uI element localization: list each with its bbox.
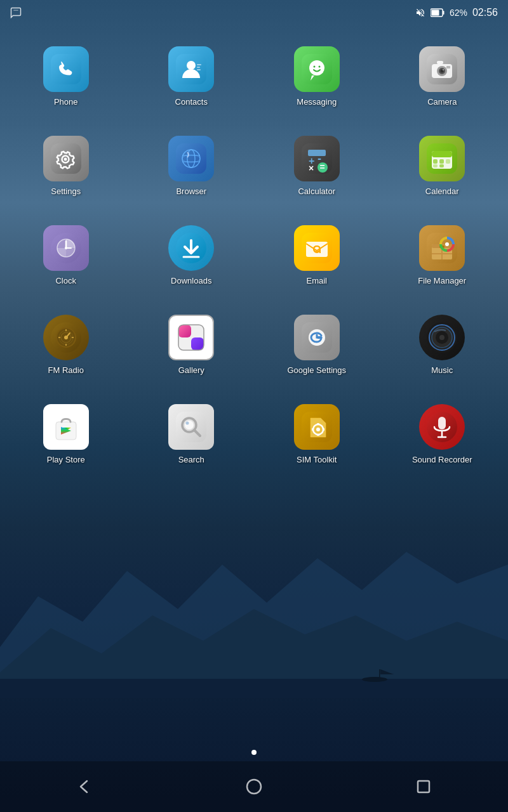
settings-label: Settings	[51, 187, 81, 196]
page-indicator	[0, 750, 508, 755]
svg-point-16	[318, 66, 320, 68]
app-downloads[interactable]: Downloads	[132, 220, 251, 291]
svg-rect-25	[446, 66, 450, 69]
camera-label: Camera	[427, 97, 457, 107]
simtoolkit-label: SIM Toolkit	[297, 455, 337, 464]
back-button[interactable]	[65, 768, 104, 806]
svg-rect-7	[51, 54, 81, 84]
app-calendar[interactable]: Calendar	[383, 131, 502, 201]
gallery-label: Gallery	[178, 365, 204, 375]
app-music[interactable]: Music	[383, 310, 502, 380]
app-gallery[interactable]: Gallery	[132, 310, 251, 380]
svg-text:=: =	[319, 162, 324, 172]
svg-rect-109	[323, 428, 324, 431]
app-calculator[interactable]: + - × = Calculator	[257, 131, 377, 201]
svg-point-91	[439, 335, 444, 340]
app-grid: Phone Contacts	[0, 29, 508, 736]
app-filemanager[interactable]: File Manager	[383, 220, 502, 291]
status-bar: 62% 02:56	[0, 0, 508, 25]
svg-rect-106	[317, 423, 319, 425]
fmradio-label: FM Radio	[48, 365, 84, 375]
svg-point-9	[187, 61, 196, 70]
battery-icon	[431, 8, 444, 17]
svg-point-23	[443, 69, 444, 70]
svg-point-100	[185, 421, 194, 429]
contacts-label: Contacts	[175, 97, 208, 107]
app-contacts[interactable]: Contacts	[132, 41, 251, 112]
home-button[interactable]	[235, 768, 273, 806]
svg-rect-86	[317, 336, 321, 339]
app-soundrecorder[interactable]: Sound Recorder	[383, 399, 502, 469]
svg-rect-29	[176, 143, 206, 174]
browser-label: Browser	[176, 187, 206, 196]
svg-rect-46	[439, 159, 444, 164]
googlesettings-label: Google Settings	[287, 365, 346, 375]
downloads-label: Downloads	[171, 276, 211, 285]
svg-rect-108	[312, 428, 314, 431]
svg-rect-11	[197, 67, 200, 68]
svg-rect-49	[439, 164, 444, 167]
svg-point-54	[65, 247, 67, 249]
app-email[interactable]: Email	[257, 220, 377, 291]
app-search[interactable]: Search	[132, 399, 251, 469]
svg-rect-24	[437, 61, 443, 64]
clock-label: Clock	[55, 276, 76, 285]
svg-point-28	[64, 158, 67, 161]
calculator-label: Calculator	[298, 187, 335, 196]
app-clock[interactable]: Clock	[6, 220, 126, 291]
svg-rect-12	[197, 69, 201, 70]
svg-rect-81	[178, 325, 191, 337]
svg-point-15	[313, 66, 315, 68]
page-dot-active	[251, 750, 257, 755]
svg-rect-47	[446, 159, 450, 164]
app-simtoolkit[interactable]: SIM Toolkit	[257, 399, 377, 469]
recent-button[interactable]	[404, 768, 443, 806]
app-fmradio[interactable]: FM Radio	[6, 310, 126, 380]
search-label: Search	[178, 455, 204, 464]
svg-rect-35	[302, 143, 332, 174]
filemanager-label: File Manager	[418, 276, 466, 285]
svg-point-14	[309, 60, 324, 75]
svg-point-101	[186, 422, 189, 425]
status-left	[10, 7, 22, 18]
email-label: Email	[306, 276, 327, 285]
music-label: Music	[431, 365, 453, 375]
svg-rect-58	[306, 242, 328, 257]
svg-rect-82	[191, 337, 204, 350]
calendar-label: Calendar	[425, 187, 459, 196]
app-camera[interactable]: Camera	[383, 41, 502, 112]
svg-rect-5	[443, 11, 444, 15]
svg-rect-48	[433, 164, 438, 167]
svg-point-114	[247, 780, 261, 794]
soundrecorder-label: Sound Recorder	[412, 455, 472, 464]
notification-icon	[10, 7, 22, 18]
svg-rect-10	[197, 64, 201, 65]
svg-rect-45	[433, 159, 438, 164]
svg-rect-6	[431, 10, 439, 16]
battery-percentage: 62%	[450, 8, 467, 18]
svg-rect-107	[317, 434, 319, 436]
app-browser[interactable]: Browser	[132, 131, 251, 201]
clock-time: 02:56	[472, 7, 498, 18]
playstore-label: Play Store	[47, 455, 85, 464]
svg-point-105	[316, 428, 320, 431]
mute-icon	[415, 8, 425, 18]
status-right: 62% 02:56	[415, 7, 498, 18]
messaging-label: Messaging	[297, 97, 337, 107]
svg-point-67	[445, 242, 449, 246]
app-googlesettings[interactable]: Google Settings	[257, 310, 377, 380]
app-settings[interactable]: Settings	[6, 131, 126, 201]
app-messaging[interactable]: Messaging	[257, 41, 377, 112]
svg-rect-44	[432, 151, 452, 157]
svg-rect-115	[418, 781, 429, 792]
nav-bar	[0, 761, 508, 812]
svg-rect-111	[438, 417, 446, 429]
phone-label: Phone	[54, 97, 78, 107]
app-playstore[interactable]: Play Store	[6, 399, 126, 469]
svg-text:×: ×	[309, 163, 314, 173]
app-phone[interactable]: Phone	[6, 41, 126, 112]
